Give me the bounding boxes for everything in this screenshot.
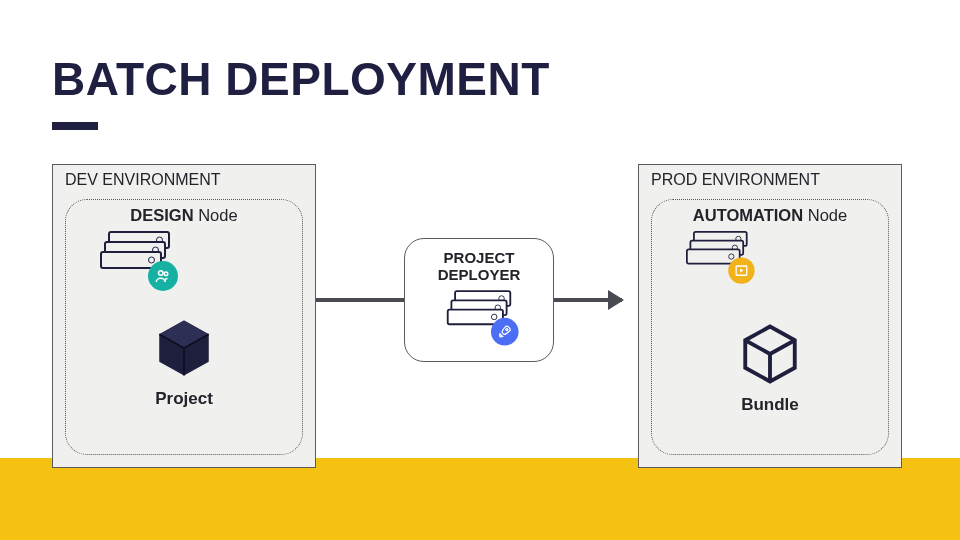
prod-env-label: PROD ENVIRONMENT — [639, 165, 901, 191]
automation-node-label: AUTOMATION Node — [652, 206, 888, 225]
arrow-deployer-to-prod — [548, 298, 622, 302]
deployer-server-icon — [447, 290, 511, 342]
dev-env-label: DEV ENVIRONMENT — [53, 165, 315, 191]
project-cube-icon — [66, 315, 302, 381]
dev-inner-group: DESIGN Node Project — [65, 199, 303, 455]
prod-environment-box: PROD ENVIRONMENT AUTOMATION Node Bundle — [638, 164, 902, 468]
prod-inner-group: AUTOMATION Node Bundle — [651, 199, 889, 455]
rocket-badge-icon — [491, 317, 519, 345]
accent-band — [0, 458, 960, 540]
bundle-label: Bundle — [652, 395, 888, 415]
arrow-dev-to-deployer — [316, 298, 412, 302]
design-node-label: DESIGN Node — [66, 206, 302, 225]
play-badge-icon — [728, 257, 754, 283]
title-underline — [52, 122, 98, 130]
svg-point-3 — [506, 328, 508, 330]
svg-point-0 — [159, 271, 164, 276]
page-title: BATCH DEPLOYMENT — [52, 52, 550, 106]
automation-server-icon — [686, 231, 748, 280]
project-label: Project — [66, 389, 302, 409]
deployer-label: PROJECTDEPLOYER — [438, 249, 521, 284]
svg-point-1 — [164, 272, 168, 276]
users-badge-icon — [148, 261, 178, 291]
bundle-cube-icon — [652, 321, 888, 387]
project-deployer-box: PROJECTDEPLOYER — [404, 238, 554, 362]
dev-environment-box: DEV ENVIRONMENT DESIGN Node Project — [52, 164, 316, 468]
design-server-icon — [100, 231, 170, 287]
